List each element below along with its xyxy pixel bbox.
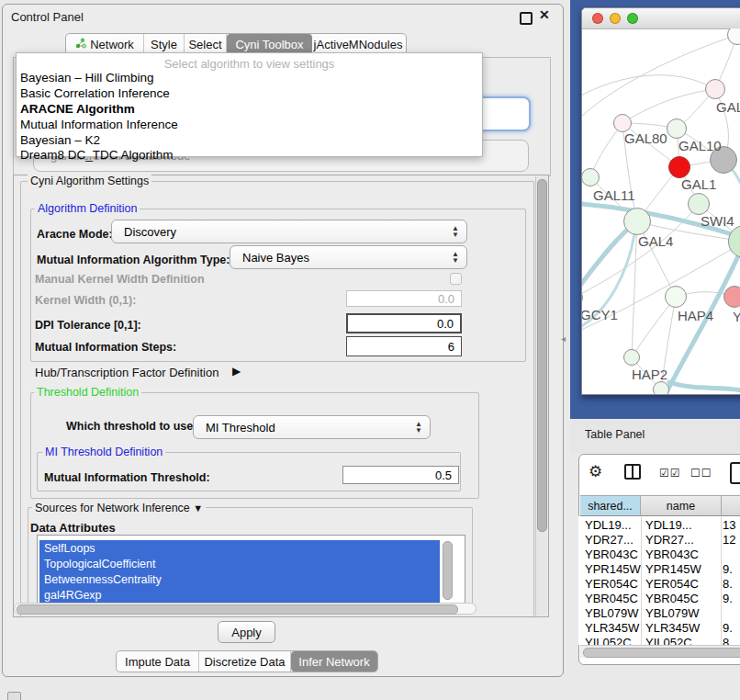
algorithm-option[interactable]: Bayesian – K2 <box>20 133 100 147</box>
close-panel-icon[interactable]: ✕ <box>539 7 550 22</box>
table-cell[interactable]: YLR345W <box>585 621 639 635</box>
table-cell[interactable]: YPR145W <box>585 562 641 576</box>
table-cell[interactable]: YBR045C <box>645 592 699 605</box>
node-label: GAL11 <box>593 187 635 203</box>
deselect-all-checkboxes-icon[interactable]: ☐☐ <box>690 467 712 480</box>
table-cell[interactable]: 12 <box>723 533 735 547</box>
column-header-name[interactable]: name <box>641 495 722 516</box>
node-gal10[interactable] <box>667 119 687 139</box>
gear-icon[interactable]: ⚙ <box>589 462 602 481</box>
attribute-item[interactable]: SelfLoops <box>39 540 440 556</box>
node-label: Y <box>733 309 740 324</box>
node-gal80[interactable] <box>613 114 632 132</box>
table-cell[interactable]: YDR27... <box>645 533 694 547</box>
node-salmon[interactable] <box>723 286 740 308</box>
table-cell[interactable]: 9. <box>723 562 733 576</box>
table-cell[interactable]: YBR045C <box>585 592 638 605</box>
column-header-shared-name[interactable]: shared... <box>580 495 641 516</box>
sources-collapse-arrow-icon[interactable]: ▼ <box>193 502 203 514</box>
splitter-collapse-icon[interactable]: ◂ <box>561 333 566 344</box>
table-cell[interactable]: 9. <box>723 592 733 605</box>
node-hap4[interactable] <box>665 286 687 308</box>
cyni-group-title: Cyni Algorithm Settings <box>28 175 151 187</box>
minimize-window-icon[interactable] <box>610 13 621 24</box>
table-rows: YDL19... YDL19... 13 YDR27... YDR27... 1… <box>578 516 740 645</box>
algorithm-option[interactable]: Basic Correlation Inference <box>20 86 170 100</box>
algorithm-option[interactable]: Bayesian – Hill Climbing <box>20 71 154 85</box>
hub-expand-arrow-icon[interactable]: ▶ <box>232 365 241 378</box>
attribute-item[interactable]: BetweennessCentrality <box>39 571 440 587</box>
tab-jactivemnodules[interactable]: jActiveMNodules <box>312 34 404 54</box>
data-attributes-list[interactable]: SelfLoops TopologicalCoefficient Between… <box>37 535 465 604</box>
cyni-mode-tabbar: Impute Data Discretize Data Infer Networ… <box>116 650 378 672</box>
mi-type-label: Mutual Information Algorithm Type: <box>37 254 230 266</box>
select-all-checkboxes-icon[interactable]: ☑☑ <box>659 467 681 480</box>
node-hap2[interactable] <box>623 349 640 366</box>
network-window-titlebar[interactable] <box>582 8 740 29</box>
tab-cyni-toolbox[interactable]: Cyni Toolbox <box>227 34 312 54</box>
apply-button[interactable]: Apply <box>218 621 275 643</box>
algorithm-option-selected[interactable]: ARACNE Algorithm <box>20 102 135 116</box>
mi-steps-field[interactable]: 6 <box>346 336 462 356</box>
table-cell[interactable]: YIL052C <box>645 636 692 645</box>
table-cell[interactable]: YBR043C <box>585 548 638 561</box>
attribute-item[interactable]: TopologicalCoefficient <box>39 556 440 571</box>
table-cell[interactable]: YIL052C <box>585 636 632 645</box>
node-label: GAL80 <box>624 130 667 146</box>
node-label: GAL10 <box>678 138 722 153</box>
node-gal11[interactable] <box>582 168 600 186</box>
table-cell[interactable]: YER054C <box>645 577 699 591</box>
table-cell[interactable]: 8. <box>723 636 733 645</box>
table-cell[interactable]: YDL19... <box>645 518 692 532</box>
table-hscrollbar-thumb[interactable] <box>583 648 740 658</box>
table-cell[interactable]: 13 <box>723 518 735 532</box>
settings-vscrollbar-thumb[interactable] <box>537 179 547 532</box>
column-header-clipped[interactable] <box>722 495 740 516</box>
node-gal7[interactable] <box>705 79 725 99</box>
table-cell[interactable]: YER054C <box>585 577 638 591</box>
dpi-tolerance-field[interactable]: 0.0 <box>346 313 462 333</box>
algorithm-option[interactable]: Dream8 DC_TDC Algorithm <box>20 148 174 162</box>
network-view-window[interactable]: GAL GAL80 GAL10 GAL1 GAL11 SWI4 GAL4 GCY… <box>581 7 740 395</box>
mi-type-combo[interactable]: Naive Bayes ▲▼ <box>230 245 467 269</box>
node[interactable] <box>653 381 669 394</box>
aracne-mode-combo[interactable]: Discovery ▲▼ <box>111 220 467 243</box>
table-hscrollbar[interactable] <box>580 645 740 658</box>
settings-hscrollbar-thumb[interactable] <box>17 604 458 615</box>
manual-kernel-checkbox[interactable] <box>450 273 462 285</box>
clipped-toolbar-icon[interactable] <box>730 462 740 484</box>
node-gal4[interactable] <box>623 208 651 235</box>
tab-select[interactable]: Select <box>185 34 227 54</box>
kernel-width-field[interactable]: 0.0 <box>346 290 462 307</box>
float-window-icon[interactable] <box>520 12 533 25</box>
table-cell[interactable]: YDR27... <box>585 533 633 547</box>
tab-impute-data[interactable]: Impute Data <box>117 651 199 672</box>
zoom-window-icon[interactable] <box>627 13 638 24</box>
mi-threshold-label: Mutual Information Threshold: <box>44 471 210 484</box>
which-threshold-combo[interactable]: MI Threshold ▲▼ <box>193 415 431 439</box>
mi-threshold-field[interactable]: 0.5 <box>342 466 459 484</box>
node[interactable] <box>688 193 710 215</box>
table-cell[interactable]: 8. <box>723 577 733 591</box>
tab-style[interactable]: Style <box>144 34 185 54</box>
close-window-icon[interactable] <box>592 13 603 24</box>
algorithm-option[interactable]: Mutual Information Inference <box>20 118 178 131</box>
table-cell[interactable]: YDL19... <box>585 518 632 532</box>
table-cell[interactable]: YBL079W <box>645 606 700 620</box>
table-cell[interactable]: YBR043C <box>645 548 699 561</box>
table-cell[interactable]: YPR145W <box>645 562 701 576</box>
table-cell[interactable]: YLR345W <box>645 621 700 635</box>
tab-infer-network[interactable]: Infer Network <box>291 651 377 672</box>
node-label: SWI4 <box>701 213 734 229</box>
node-gal1-selected[interactable] <box>668 156 690 178</box>
network-canvas[interactable]: GAL GAL80 GAL10 GAL1 GAL11 SWI4 GAL4 GCY… <box>582 28 740 394</box>
control-panel-title: Control Panel <box>11 10 84 24</box>
tab-network[interactable]: Network <box>66 34 144 54</box>
collapsed-panel-icon[interactable] <box>7 692 21 700</box>
table-cell[interactable]: 9. <box>723 621 733 635</box>
tab-discretize-data[interactable]: Discretize Data <box>199 651 291 672</box>
columns-icon[interactable] <box>624 464 641 480</box>
table-cell[interactable]: YBL079W <box>585 606 639 620</box>
attr-list-scrollbar[interactable] <box>443 541 453 600</box>
attribute-item[interactable]: gal4RGexp <box>39 587 440 603</box>
